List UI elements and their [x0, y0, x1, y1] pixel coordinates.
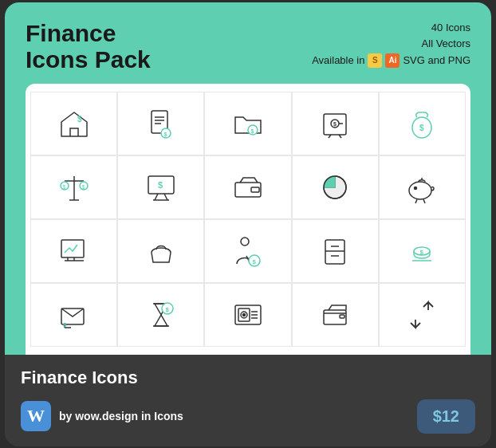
vector-type: All Vectors	[312, 36, 470, 53]
svg-text:$: $	[250, 128, 254, 134]
author-info: W by wow.design in Icons	[21, 401, 183, 431]
pack-title: Finance Icons Pack	[26, 20, 151, 73]
icon-piggy-bank	[379, 155, 466, 219]
svg-text:$: $	[333, 121, 337, 128]
svg-text:$: $	[77, 115, 82, 124]
author-logo: W	[21, 401, 51, 431]
product-card: Finance Icons Pack 40 Icons All Vectors …	[5, 2, 491, 446]
icon-envelope-dollar: $	[30, 283, 117, 347]
price-badge[interactable]: $12	[417, 399, 475, 434]
svg-rect-29	[235, 183, 261, 197]
svg-line-26	[164, 194, 167, 200]
svg-text:$: $	[420, 249, 424, 256]
icon-count: 40 Icons	[312, 20, 470, 37]
svg-text:$: $	[165, 305, 169, 312]
svg-point-33	[415, 187, 417, 189]
svg-rect-42	[325, 240, 344, 264]
svg-text:$: $	[81, 183, 85, 189]
icons-showcase: $ $ $	[26, 84, 470, 355]
formats-label: SVG and PNG	[403, 53, 470, 69]
icon-money-bag: $	[379, 92, 466, 155]
icon-house-dollar: $	[30, 92, 117, 155]
product-name: Finance Icons	[21, 367, 475, 388]
svg-point-60	[242, 313, 245, 316]
card-footer: Finance Icons W by wow.design in Icons $…	[5, 355, 491, 446]
svg-text:$: $	[252, 257, 256, 265]
icon-vault	[204, 283, 291, 347]
icon-folder-coin: $	[204, 92, 291, 155]
svg-rect-30	[251, 187, 259, 192]
svg-point-32	[409, 182, 431, 199]
svg-line-25	[155, 194, 158, 200]
svg-point-39	[241, 238, 249, 246]
svg-rect-65	[340, 315, 344, 318]
svg-text:$: $	[63, 321, 67, 328]
icon-coin-platform: $	[379, 219, 466, 283]
icon-cash-wallet	[204, 155, 291, 219]
author-text: by wow.design in Icons	[59, 410, 183, 422]
svg-text:$: $	[158, 180, 163, 190]
available-label: Available in	[312, 53, 364, 69]
svg-rect-35	[61, 240, 84, 257]
icon-purse	[117, 219, 204, 283]
icon-coin-balance: $ $	[30, 155, 117, 219]
svg-text:$: $	[419, 124, 424, 132]
icon-arrows-updown	[379, 283, 466, 347]
icon-person-coin: $	[204, 219, 291, 283]
icon-safe-box: $	[292, 92, 379, 155]
icon-analytics	[30, 219, 117, 283]
icon-hourglass-dollar: $	[117, 283, 204, 347]
svg-rect-64	[324, 310, 346, 324]
pack-meta: 40 Icons All Vectors Available in S Ai S…	[312, 20, 470, 69]
ai-icon: Ai	[385, 53, 400, 68]
card-header: Finance Icons Pack 40 Icons All Vectors …	[5, 2, 491, 355]
icon-filing-cabinet	[292, 219, 379, 283]
icon-invoice: $	[117, 92, 204, 155]
svg-text:$: $	[163, 131, 167, 137]
svg-text:$: $	[62, 183, 65, 189]
icon-monitor-dollar: $	[117, 155, 204, 219]
sketch-icon: S	[368, 53, 382, 68]
icon-pie-chart	[292, 155, 379, 219]
icon-wallet	[292, 283, 379, 347]
